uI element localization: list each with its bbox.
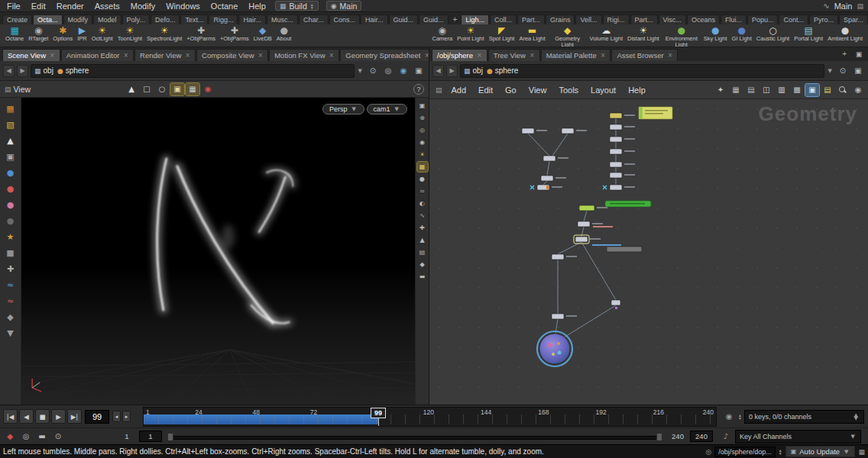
star-tool-icon[interactable]: ★ <box>4 231 18 244</box>
pane-tab-material-palette[interactable]: Material Palette× <box>541 49 611 61</box>
shelf-tab-spar[interactable]: Spar... <box>839 15 868 24</box>
pane-tab-geometry-spreadsheet[interactable]: Geometry Spreadsheet× <box>340 49 429 61</box>
right-path-field[interactable]: ▦obj●sphere <box>460 64 824 78</box>
shelf-tool-objparms[interactable]: ✚+ObjParms <box>184 25 218 42</box>
shelf-tab-modify[interactable]: Modify <box>63 15 93 24</box>
range-handle-end[interactable] <box>656 433 662 441</box>
network-node[interactable] <box>610 185 622 190</box>
key-all-channels-field[interactable]: Key All Channels ▼ <box>735 430 861 443</box>
add-shelf-button[interactable]: + <box>449 15 462 24</box>
forward-icon[interactable]: ▶ <box>446 65 458 77</box>
shelf-tab-ligh[interactable]: Ligh... <box>461 15 489 24</box>
shelf-tool-octane[interactable]: ▦Octane <box>3 25 26 42</box>
shelf-tab-guid[interactable]: Guid... <box>389 15 419 24</box>
menu-render[interactable]: Render <box>51 2 89 11</box>
shelf-tool-objparms[interactable]: ✚+ObjParms <box>218 25 251 42</box>
shelf-tool-livedb[interactable]: ◆LiveDB <box>251 25 274 42</box>
notes-icon[interactable]: ▤ <box>821 84 834 96</box>
close-tab-icon[interactable]: × <box>530 52 535 59</box>
object-red-icon[interactable]: ● <box>4 182 18 195</box>
close-tab-icon[interactable]: × <box>258 52 264 59</box>
close-tab-icon[interactable]: × <box>425 52 429 59</box>
frame-selected-icon[interactable]: ◎ <box>417 125 428 135</box>
auto-update-selector[interactable]: ▣ Auto Update ▼ <box>785 446 856 457</box>
pane-layout-icon[interactable]: ▥ <box>775 84 789 96</box>
desktop-selector[interactable]: ▦ Build ▲▼ <box>275 1 319 11</box>
window-list-icon[interactable]: ▤ <box>857 2 863 10</box>
path-segment-obj[interactable]: ▦obj <box>34 66 53 75</box>
network-node[interactable] <box>611 300 620 305</box>
network-editor-canvas[interactable]: Geometry <box>429 99 868 405</box>
object-pink-icon[interactable]: ● <box>4 198 18 211</box>
plug-tool-icon[interactable]: ▼ <box>4 327 18 340</box>
close-tab-icon[interactable]: × <box>185 52 190 59</box>
network-node[interactable] <box>610 173 622 178</box>
back-icon[interactable]: ◀ <box>432 65 444 77</box>
color-palette-icon[interactable]: ▩ <box>790 84 804 96</box>
shelf-tab-part[interactable]: Part... <box>517 15 545 24</box>
shelf-tab-defo[interactable]: Defo... <box>151 15 180 24</box>
pin-icon[interactable]: ⊙ <box>366 65 380 77</box>
path-segment-sphere[interactable]: ●sphere <box>487 66 518 75</box>
network-node[interactable] <box>610 137 622 142</box>
network-overview-icon[interactable]: ▦ <box>729 84 743 96</box>
shelf-tab-char[interactable]: Char... <box>299 15 329 24</box>
view-menu[interactable]: View <box>14 85 31 94</box>
select-arrow-icon[interactable]: ▲ <box>4 134 18 147</box>
network-node[interactable] <box>562 128 574 134</box>
shelf-tab-model[interactable]: Model <box>93 15 121 24</box>
snap-edge-icon[interactable]: ≈ <box>417 186 428 196</box>
shelf-tool-portal-light[interactable]: ▤Portal Light <box>792 25 825 42</box>
shelf-tool-toonlight[interactable]: ☀ToonLight <box>115 25 145 42</box>
pane-options-icon[interactable]: ▣ <box>852 48 866 60</box>
shelf-tool-camera[interactable]: ◉Camera <box>429 25 455 42</box>
pane-tab-asset-browser[interactable]: Asset Browser× <box>611 49 678 61</box>
step-back-button[interactable]: ◀ <box>19 409 34 424</box>
view-lock-icon[interactable]: ▣ <box>417 101 428 111</box>
layout-paint-icon[interactable]: ▧ <box>4 118 18 131</box>
path-segment-sphere[interactable]: ●sphere <box>57 66 89 75</box>
new-pane-tab-button[interactable]: + <box>838 50 850 59</box>
pane-menu-icon[interactable]: ▤ <box>5 85 11 93</box>
lock-icon[interactable]: ▣ <box>4 150 18 163</box>
shelf-tab-rigi[interactable]: Rigi... <box>603 15 630 24</box>
network-node[interactable] <box>610 124 622 130</box>
network-node[interactable] <box>552 314 564 319</box>
shelf-tool-options[interactable]: ✱Options <box>50 25 75 42</box>
secure-selection-icon[interactable]: ▣ <box>170 83 184 95</box>
shelf-tool-area-light[interactable]: ▬Area Light <box>517 25 547 42</box>
menu-assets[interactable]: Assets <box>89 2 125 11</box>
layout-grid-icon[interactable]: ▦ <box>4 102 18 115</box>
display-points-icon[interactable]: ✚ <box>417 223 428 233</box>
left-path-field[interactable]: ▦obj●sphere <box>31 64 355 78</box>
shelf-tab-grains[interactable]: Grains <box>546 15 575 24</box>
shelf-tool-distant-light[interactable]: ☀Distant Light <box>625 25 662 42</box>
search-icon[interactable] <box>836 84 850 96</box>
shelf-tab-cont[interactable]: Cont... <box>779 15 808 24</box>
output-node-thumbnail[interactable] <box>539 334 570 364</box>
snap-grid-icon[interactable]: ▦ <box>417 162 428 172</box>
stop-button[interactable]: ■ <box>35 409 50 424</box>
shelf-tool-rtarget[interactable]: ◉RTarget <box>26 25 50 42</box>
playback-range-slider[interactable] <box>167 431 662 442</box>
network-node[interactable] <box>579 205 594 211</box>
grid-snap-icon[interactable]: ▤ <box>744 84 758 96</box>
desktop-grid-icon[interactable]: ▦ <box>858 448 865 456</box>
pane-tab-composite-view[interactable]: Composite View× <box>196 49 268 61</box>
menu-help[interactable]: Help <box>243 2 271 11</box>
global-anim-stepper-icon[interactable]: ▲▼ <box>738 414 742 420</box>
tools-config-icon[interactable]: ✦ <box>714 84 727 96</box>
shelf-tool-volume-light[interactable]: ☁Volume Light <box>588 25 625 42</box>
pane-tab-animation-editor[interactable]: Animation Editor× <box>61 49 134 61</box>
shelf-tool-caustic-light[interactable]: ○Caustic Light <box>754 25 792 42</box>
path-dropdown-icon[interactable]: ▼ <box>827 68 834 74</box>
network-menu-help[interactable]: Help <box>622 85 652 95</box>
shelf-tab-oceans[interactable]: Oceans <box>687 15 720 24</box>
close-tab-icon[interactable]: × <box>477 52 482 59</box>
object-blue-icon[interactable]: ● <box>4 166 18 179</box>
shelf-tool-ipr[interactable]: ▶IPR <box>75 25 89 42</box>
shelf-tab-musc[interactable]: Musc... <box>267 15 298 24</box>
shelf-tab-guid[interactable]: Guid... <box>419 15 449 24</box>
close-tab-icon[interactable]: × <box>601 52 606 59</box>
play-button[interactable]: ▶ <box>51 409 66 424</box>
